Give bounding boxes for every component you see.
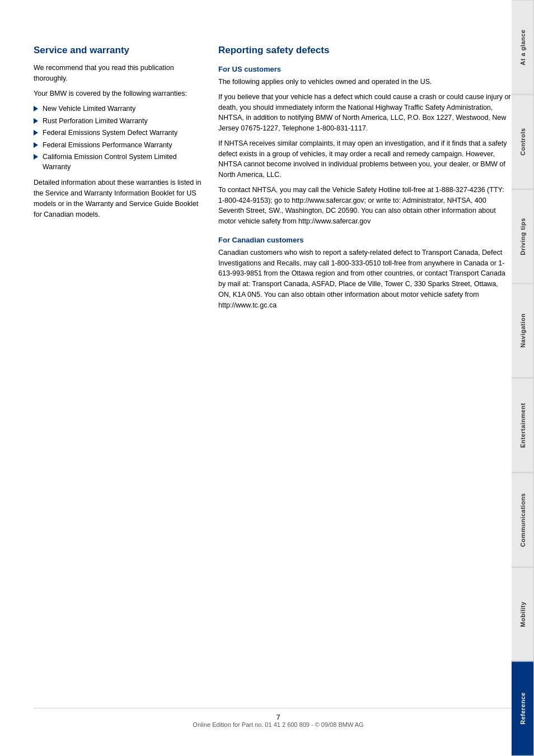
bullet-arrow-icon [34,106,38,111]
us-para-2: If you believe that your vehicle has a d… [218,92,512,134]
sidebar-tab-driving-tips[interactable]: Driving tips [512,189,534,284]
warranty-list-item: Federal Emissions System Defect Warranty [34,128,202,138]
canadian-para-1: Canadian customers who wish to report a … [218,248,512,311]
us-customers-title: For US customers [218,65,512,73]
page-number: 7 [276,713,280,721]
bullet-arrow-icon [34,142,38,148]
two-column-layout: Service and warranty We recommend that y… [34,45,512,315]
us-para-3: If NHTSA receives similar complaints, it… [218,138,512,180]
left-column: Service and warranty We recommend that y… [34,45,202,315]
footer-text: Online Edition for Part no. 01 41 2 600 … [193,721,363,728]
sidebar-tab-at-a-glance[interactable]: At a glance [512,0,534,95]
bullet-arrow-icon [34,154,38,160]
page-container: Service and warranty We recommend that y… [0,0,534,756]
reporting-title: Reporting safety defects [218,45,512,56]
sidebar-tab-mobility[interactable]: Mobility [512,567,534,662]
page-footer: 7 Online Edition for Part no. 01 41 2 60… [34,708,523,728]
us-para-4: To contact NHTSA, you may call the Vehic… [218,185,512,227]
warranty-item-text: Federal Emissions System Defect Warranty [43,128,177,138]
bullet-arrow-icon [34,118,38,124]
main-content: Service and warranty We recommend that y… [0,0,534,756]
service-intro-1: We recommend that you read this publicat… [34,63,202,84]
sidebar-tab-controls[interactable]: Controls [512,95,534,189]
warranty-item-text: California Emission Control System Limit… [43,152,202,172]
warranty-list: New Vehicle Limited WarrantyRust Perfora… [34,104,202,172]
right-column: Reporting safety defects For US customer… [218,45,512,315]
warranty-list-item: California Emission Control System Limit… [34,152,202,172]
sidebar-tab-reference[interactable]: Reference [512,661,534,756]
warranty-item-text: Federal Emissions Performance Warranty [43,141,172,151]
service-intro-2: Your BMW is covered by the following war… [34,88,202,99]
warranty-list-item: Federal Emissions Performance Warranty [34,141,202,151]
service-warranty-title: Service and warranty [34,45,202,56]
warranty-item-text: New Vehicle Limited Warranty [43,104,135,114]
canadian-customers-title: For Canadian customers [218,236,512,244]
sidebar-tab-navigation[interactable]: Navigation [512,283,534,378]
us-para-1: The following applies only to vehicles o… [218,77,512,87]
service-detail: Detailed information about these warrant… [34,178,202,220]
sidebar-tabs: At a glanceControlsDriving tipsNavigatio… [512,0,534,756]
sidebar-tab-entertainment[interactable]: Entertainment [512,378,534,473]
warranty-list-item: New Vehicle Limited Warranty [34,104,202,114]
bullet-arrow-icon [34,130,38,136]
warranty-item-text: Rust Perforation Limited Warranty [43,116,148,127]
sidebar-tab-communications[interactable]: Communications [512,473,534,567]
warranty-list-item: Rust Perforation Limited Warranty [34,116,202,127]
